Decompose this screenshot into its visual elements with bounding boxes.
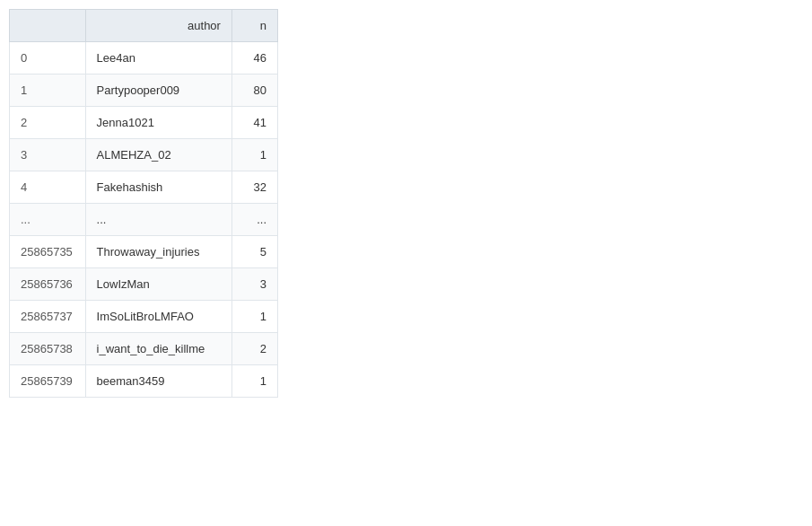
cell-author: Jenna1021 <box>85 107 231 139</box>
cell-index: 25865739 <box>10 365 86 398</box>
cell-n: 80 <box>231 75 277 107</box>
table-row: 1Partypooper00980 <box>10 75 278 107</box>
cell-n: 1 <box>231 301 277 333</box>
cell-author: beeman3459 <box>85 365 231 398</box>
data-table: author n 0Lee4an461Partypooper009802Jenn… <box>9 9 278 398</box>
cell-index: ... <box>10 204 86 236</box>
cell-author: Fakehashish <box>85 171 231 204</box>
cell-n: 1 <box>231 365 277 398</box>
cell-n: 32 <box>231 171 277 204</box>
cell-author: ALMEHZA_02 <box>85 139 231 171</box>
cell-index: 25865735 <box>10 236 86 268</box>
table-row: 3ALMEHZA_021 <box>10 139 278 171</box>
column-header-n: n <box>231 10 277 42</box>
cell-author: ... <box>85 204 231 236</box>
table-row: 0Lee4an46 <box>10 42 278 75</box>
cell-index: 2 <box>10 107 86 139</box>
table-row: 25865738i_want_to_die_killme2 <box>10 333 278 365</box>
cell-author: LowIzMan <box>85 268 231 301</box>
cell-index: 4 <box>10 171 86 204</box>
table-row: 25865737ImSoLitBroLMFAO1 <box>10 301 278 333</box>
cell-index: 1 <box>10 75 86 107</box>
table-row: 4Fakehashish32 <box>10 171 278 204</box>
cell-author: Lee4an <box>85 42 231 75</box>
cell-author: Throwaway_injuries <box>85 236 231 268</box>
cell-author: ImSoLitBroLMFAO <box>85 301 231 333</box>
table-row: 2Jenna102141 <box>10 107 278 139</box>
cell-author: Partypooper009 <box>85 75 231 107</box>
cell-index: 25865737 <box>10 301 86 333</box>
table-row: 25865736LowIzMan3 <box>10 268 278 301</box>
cell-n: 5 <box>231 236 277 268</box>
table-header-row: author n <box>10 10 278 42</box>
cell-index: 0 <box>10 42 86 75</box>
cell-n: ... <box>231 204 277 236</box>
column-header-index <box>10 10 86 42</box>
cell-n: 46 <box>231 42 277 75</box>
table-row: ......... <box>10 204 278 236</box>
table-row: 25865735Throwaway_injuries5 <box>10 236 278 268</box>
cell-n: 2 <box>231 333 277 365</box>
cell-n: 41 <box>231 107 277 139</box>
cell-n: 3 <box>231 268 277 301</box>
cell-author: i_want_to_die_killme <box>85 333 231 365</box>
data-table-container: author n 0Lee4an461Partypooper009802Jenn… <box>0 0 287 407</box>
cell-n: 1 <box>231 139 277 171</box>
table-row: 25865739beeman34591 <box>10 365 278 398</box>
column-header-author: author <box>85 10 231 42</box>
cell-index: 25865738 <box>10 333 86 365</box>
cell-index: 3 <box>10 139 86 171</box>
cell-index: 25865736 <box>10 268 86 301</box>
